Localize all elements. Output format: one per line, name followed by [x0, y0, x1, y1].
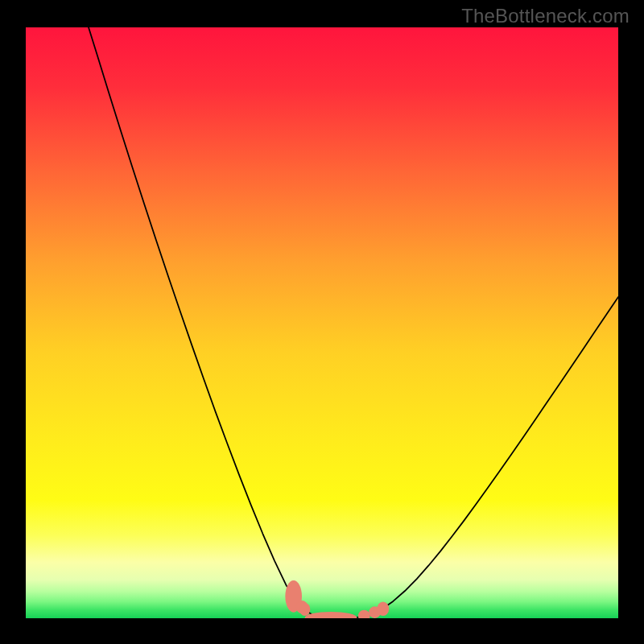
plot-area [26, 27, 618, 618]
svg-rect-0 [26, 27, 618, 618]
watermark-label: TheBottleneck.com [461, 5, 630, 27]
gradient-background [26, 27, 618, 618]
chart-frame: TheBottleneck.com [0, 0, 644, 644]
